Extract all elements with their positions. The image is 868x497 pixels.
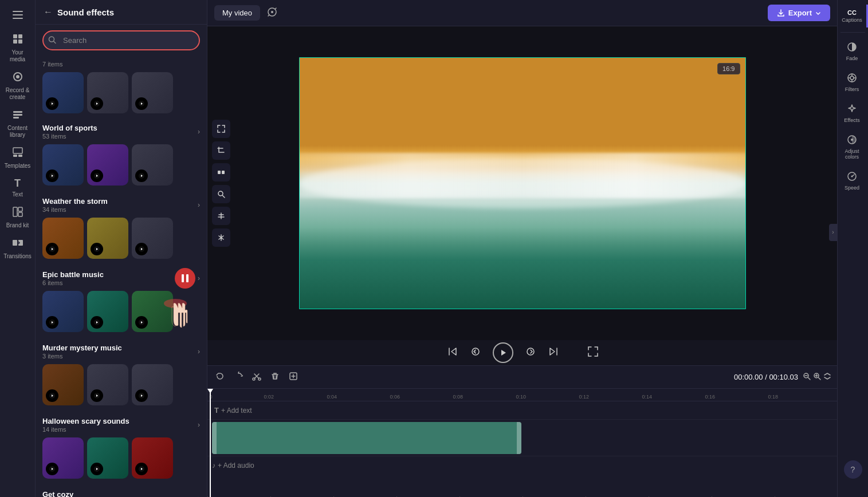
export-button[interactable]: Export	[768, 5, 830, 21]
add-text-button[interactable]: + Add text	[221, 407, 252, 415]
play-button[interactable]	[493, 342, 513, 363]
sidebar-item-templates[interactable]: Templates	[2, 143, 34, 173]
corner-handle-br[interactable]	[741, 304, 746, 309]
playing-button[interactable]	[175, 268, 195, 289]
redo-button[interactable]	[231, 370, 245, 384]
expand-timeline-button[interactable]	[823, 372, 831, 382]
panel-scroll[interactable]: 7 items World of sports 53	[36, 56, 207, 497]
sound-play-icon	[46, 463, 58, 475]
category-count: 6 items	[42, 279, 104, 286]
top-bar: My video Export	[207, 0, 837, 26]
rewind-5s-button[interactable]: 5	[470, 346, 481, 360]
effects-label: Effects	[844, 117, 859, 123]
sound-play-icon	[91, 316, 103, 329]
sound-card[interactable]	[87, 291, 128, 332]
sound-card[interactable]	[132, 364, 173, 405]
sound-card[interactable]	[87, 364, 128, 405]
category-items-halloween	[36, 435, 207, 486]
cut-button[interactable]	[250, 370, 264, 384]
sound-card[interactable]	[132, 144, 173, 186]
sound-card[interactable]	[42, 364, 84, 405]
sound-card[interactable]	[42, 437, 84, 479]
skip-forward-button[interactable]	[548, 346, 559, 360]
fade-label: Fade	[846, 56, 858, 61]
sound-card[interactable]	[132, 437, 173, 479]
speed-label: Speed	[845, 185, 859, 191]
zoom-out-button[interactable]	[803, 372, 811, 382]
sound-card[interactable]	[87, 72, 128, 113]
corner-handle-tl[interactable]	[299, 57, 304, 62]
video-clip[interactable]	[212, 422, 521, 454]
undo-button[interactable]	[213, 370, 227, 384]
sound-card[interactable]	[87, 144, 128, 186]
zoom-in-button[interactable]	[813, 372, 821, 382]
sound-card[interactable]	[132, 72, 173, 113]
search-zoom-button[interactable]	[212, 185, 230, 203]
sidebar-item-content-library[interactable]: Contentlibrary	[2, 105, 34, 142]
record-create-icon	[12, 71, 23, 85]
tab-my-video[interactable]: My video	[214, 5, 260, 21]
category-count: 53 items	[42, 133, 97, 140]
right-panel-speed[interactable]: Speed	[838, 167, 868, 195]
crop-button[interactable]	[212, 141, 230, 160]
right-panel-adjust-colors[interactable]: Adjust colors	[838, 130, 868, 164]
delete-button[interactable]	[268, 370, 282, 384]
sound-card[interactable]	[42, 144, 84, 186]
right-panel-effects[interactable]: Effects	[838, 99, 868, 128]
help-area: ?	[844, 456, 862, 488]
sidebar-item-text[interactable]: T Text	[2, 174, 34, 202]
sidebar-item-record-create[interactable]: Record &create	[2, 68, 34, 104]
category-halloween[interactable]: Halloween scary sounds 14 items ›	[36, 412, 207, 435]
right-panel-filters[interactable]: Filters	[838, 68, 868, 97]
save-button[interactable]	[265, 5, 280, 22]
sound-card[interactable]	[42, 291, 84, 332]
forward-5s-button[interactable]	[525, 346, 536, 360]
video-track	[207, 420, 837, 456]
sound-card[interactable]	[132, 291, 173, 332]
flip-horizontal-button[interactable]	[212, 228, 230, 247]
category-epic-battle[interactable]: Epic battle music 6 items ›	[36, 266, 207, 289]
corner-handle-tr[interactable]	[741, 57, 746, 62]
collapse-right-panel-button[interactable]: ›	[829, 224, 837, 241]
align-button[interactable]	[212, 207, 230, 225]
category-title: Get cozy	[42, 490, 73, 497]
ruler-mark: 0:04	[275, 394, 338, 400]
hamburger-button[interactable]	[2, 5, 34, 25]
sound-card[interactable]	[42, 218, 84, 259]
clip-handle-left[interactable]	[212, 422, 217, 454]
right-panel-captions[interactable]: CC Captions	[838, 5, 868, 27]
sound-card[interactable]	[132, 218, 173, 259]
add-audio-button[interactable]: + Add audio	[218, 462, 254, 470]
chevron-right-icon: ›	[198, 421, 200, 429]
help-button[interactable]: ?	[844, 460, 862, 479]
sidebar-item-your-media[interactable]: Your media	[2, 30, 34, 66]
add-clip-button[interactable]	[286, 370, 300, 384]
svg-rect-32	[186, 274, 188, 282]
svg-rect-6	[18, 40, 22, 44]
skip-back-button[interactable]	[447, 346, 458, 360]
fullscreen-button[interactable]	[588, 346, 598, 360]
sidebar-item-transitions[interactable]: Transitions	[2, 234, 34, 263]
top-items-row	[36, 70, 207, 119]
timeline-area: 00:00.00 / 00:10.03	[207, 365, 837, 497]
sidebar-item-brand-kit[interactable]: Brand kit	[2, 203, 34, 232]
sound-play-icon	[135, 169, 148, 182]
category-get-cozy[interactable]: Get cozy 2 items ›	[36, 486, 207, 497]
sound-card[interactable]	[87, 218, 128, 259]
back-button[interactable]: ←	[44, 7, 53, 17]
sound-card[interactable]	[87, 437, 128, 479]
fullscreen-preview-button[interactable]	[212, 120, 230, 138]
category-murder-mystery[interactable]: Murder mystery music 3 items ›	[36, 339, 207, 362]
svg-point-49	[258, 378, 261, 380]
tab-area: My video	[214, 5, 280, 22]
flip-button[interactable]	[212, 163, 230, 182]
corner-handle-bl[interactable]	[299, 304, 304, 309]
search-input[interactable]	[42, 30, 200, 50]
right-panel-fade[interactable]: Fade	[838, 37, 868, 66]
clip-handle-right[interactable]	[517, 422, 521, 454]
category-weather-storm[interactable]: Weather the storm 34 items ›	[36, 192, 207, 215]
chevron-right-icon: ›	[198, 128, 200, 136]
video-frame	[299, 57, 746, 309]
sound-card[interactable]	[42, 72, 84, 113]
category-world-of-sports[interactable]: World of sports 53 items ›	[36, 119, 207, 142]
